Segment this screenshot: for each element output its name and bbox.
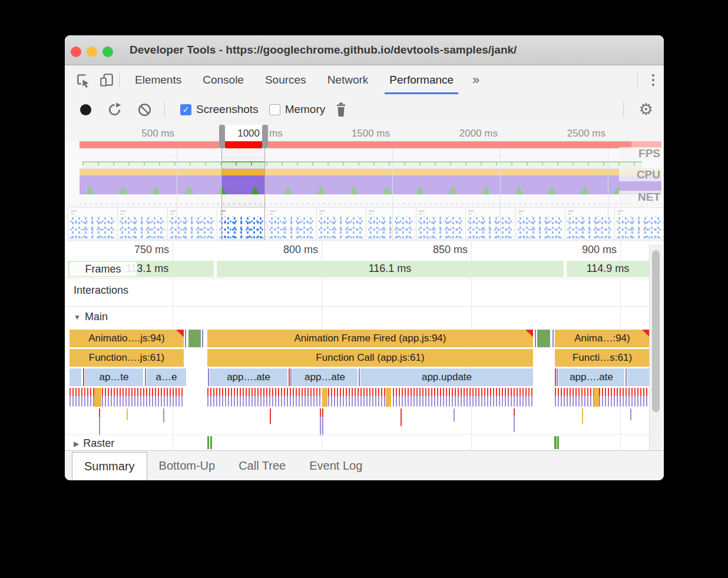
flame-ruler-label: 900 ms	[558, 244, 617, 255]
overview-dim-right	[264, 141, 664, 240]
flame-event-bar[interactable]: app….ate	[558, 368, 624, 386]
flame-event-bar[interactable]: app…ate	[292, 368, 358, 386]
raster-task-bar[interactable]	[210, 436, 212, 449]
script-block[interactable]	[594, 388, 599, 407]
details-tab-bottom-up[interactable]: Bottom-Up	[147, 451, 227, 480]
tab-elements[interactable]: Elements	[124, 66, 192, 94]
flame-event-bar[interactable]	[557, 368, 558, 386]
flame-ruler-label: 850 ms	[409, 244, 468, 255]
flame-scrollbar-track[interactable]	[649, 244, 662, 450]
memory-label[interactable]: Memory	[285, 103, 326, 116]
script-block[interactable]	[322, 388, 327, 407]
selection-right-handle[interactable]	[262, 125, 268, 148]
tabbar-separator	[119, 72, 120, 88]
tab-sources[interactable]: Sources	[254, 66, 317, 94]
devtools-window: Developer Tools - https://googlechrome.g…	[65, 35, 664, 480]
interactions-row-label[interactable]: Interactions	[74, 284, 128, 297]
flame-event-bar[interactable]	[70, 368, 81, 386]
device-toolbar-icon[interactable]	[99, 72, 114, 88]
tab-performance[interactable]: Performance	[379, 66, 464, 94]
more-tabs-button[interactable]: »	[464, 72, 488, 88]
tabbar-right-separator	[637, 72, 638, 88]
flame-event-bar[interactable]	[185, 330, 186, 347]
flame-tick	[320, 408, 321, 436]
details-tab-event-log[interactable]: Event Log	[297, 451, 374, 480]
details-tab-call-tree[interactable]: Call Tree	[227, 451, 297, 480]
inspect-element-icon[interactable]	[75, 72, 91, 88]
flame-event-bar[interactable]	[535, 330, 536, 347]
overview-ruler-label: 500 ms	[121, 128, 174, 139]
flame-event-bar[interactable]	[552, 330, 554, 347]
collapse-triangle-icon: ▼	[74, 313, 81, 321]
selection-left-handle[interactable]	[219, 125, 225, 148]
flame-event-bar[interactable]	[188, 330, 201, 347]
long-task-warning-icon	[176, 330, 184, 337]
details-tab-summary[interactable]: Summary	[72, 452, 147, 480]
traffic-light-zoom[interactable]	[102, 46, 113, 57]
flame-event-bar[interactable]	[359, 368, 360, 386]
flame-scrollbar-thumb[interactable]	[652, 250, 660, 412]
details-tabbar: SummaryBottom-UpCall TreeEvent Log	[65, 450, 664, 480]
net-lane-label: NET	[619, 191, 661, 204]
screenshots-label[interactable]: Screenshots	[196, 103, 259, 116]
flame-event-bar[interactable]	[627, 368, 650, 386]
record-button[interactable]	[80, 104, 91, 115]
settings-gear-icon[interactable]: ⚙	[639, 100, 653, 119]
style-recalc-stripes[interactable]	[207, 388, 533, 407]
flame-event-bar[interactable]: a…e	[147, 368, 186, 386]
flame-tick	[99, 408, 100, 436]
flame-tick	[630, 408, 631, 420]
flame-event-bar[interactable]	[290, 368, 292, 386]
flame-tick	[582, 408, 583, 424]
flame-event-bar[interactable]: app.update	[360, 368, 533, 386]
flame-event-bar[interactable]: Functi…s:61)	[555, 349, 650, 367]
flame-event-bar[interactable]	[202, 330, 203, 347]
raster-task-bar[interactable]	[554, 436, 557, 449]
flame-event-bar[interactable]	[83, 368, 84, 386]
traffic-light-close[interactable]	[71, 46, 81, 57]
cpu-lane-label: CPU	[619, 168, 661, 181]
main-menu-icon[interactable]	[643, 74, 664, 86]
overview-ruler-label: 2000 ms	[445, 128, 498, 139]
flame-event-bar[interactable]	[208, 368, 209, 386]
traffic-light-minimize[interactable]	[87, 46, 97, 57]
flame-event-bar[interactable]: Function….js:61)	[70, 349, 184, 367]
garbage-collect-icon[interactable]	[335, 102, 348, 117]
timeline-overview[interactable]: FPS CPU NET 500 ms1500 ms2000 ms2500 ms …	[65, 125, 664, 241]
flame-event-bar[interactable]	[145, 368, 146, 386]
tab-network[interactable]: Network	[317, 66, 379, 94]
screenshots-checkbox[interactable]: ✓	[180, 104, 191, 115]
raster-task-bar[interactable]	[557, 436, 559, 449]
flame-event-bar[interactable]	[537, 330, 550, 347]
flame-event-bar[interactable]	[555, 368, 556, 386]
flame-event-bar[interactable]: ap…te	[85, 368, 143, 386]
flame-tick	[127, 408, 128, 420]
script-block[interactable]	[386, 388, 391, 407]
tab-console[interactable]: Console	[192, 66, 254, 94]
flame-event-bar[interactable]: Function Call (app.js:61)	[207, 349, 533, 367]
filmstrip-frame[interactable]	[217, 207, 267, 240]
main-section-header[interactable]: ▼ Main	[74, 311, 108, 323]
panel-tabs: ElementsConsoleSourcesNetworkPerformance	[124, 65, 464, 94]
flame-event-bar[interactable]	[289, 368, 290, 386]
flame-event-bar[interactable]	[626, 368, 627, 386]
clear-recording-icon[interactable]	[137, 102, 152, 117]
flame-event-bar[interactable]: Animation Frame Fired (app.js:94)	[207, 330, 533, 347]
style-recalc-stripes[interactable]	[70, 388, 184, 407]
raster-task-bar[interactable]	[207, 436, 209, 449]
style-recalc-stripes[interactable]	[555, 388, 650, 407]
raster-section-header[interactable]: ▶ Raster	[74, 437, 114, 450]
flame-tick	[322, 408, 323, 436]
frames-row-label[interactable]: Frames	[70, 262, 137, 276]
selection-ruler-unit: ms	[269, 128, 289, 139]
frame-duration-value: 114.9 ms	[567, 263, 649, 275]
flame-event-bar[interactable]: Anima…:94)	[555, 330, 650, 347]
memory-checkbox[interactable]	[269, 104, 280, 115]
paint-marker-icon	[251, 186, 259, 194]
flame-event-bar[interactable]: app….ate	[210, 368, 287, 386]
script-block[interactable]	[94, 388, 101, 407]
flame-tick	[454, 408, 455, 421]
flame-chart[interactable]: 750 ms800 ms850 ms900 ms 113.1 ms116.1 m…	[65, 241, 664, 450]
flame-event-bar[interactable]: Animatio….js:94)	[70, 330, 184, 347]
reload-and-record-icon[interactable]	[107, 102, 122, 117]
